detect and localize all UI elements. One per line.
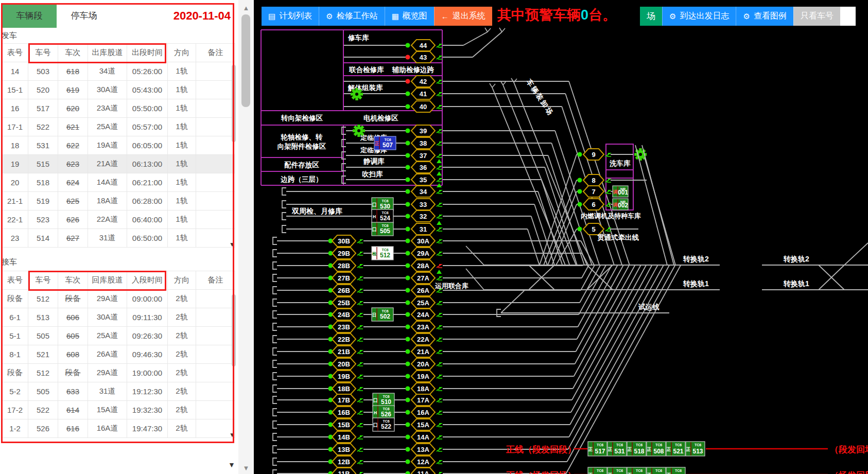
overview-map-button[interactable]: ▦ 概览图 [385,7,434,26]
train-type-label: TC6 [383,395,389,398]
arr-table: 表号车号车次回库股道入段时间方向备注段备512段备29A道09:00:002轨6… [2,271,235,438]
table-row[interactable]: 1450361834道05:26:001轨 [2,62,235,81]
green-signal-dot [406,398,410,402]
tab-parking-lot[interactable]: 停车场 [57,4,111,28]
route-arrow-icon [437,80,441,83]
track-number-39: 39 [420,127,427,135]
maintenance-workstation-button[interactable]: ⚙ 检修工作站 [319,7,384,26]
route-arrow-icon [437,313,441,317]
tab-depot[interactable]: 车辆段 [2,4,57,28]
track-number-42: 42 [420,78,427,85]
route-arrow-icon [437,166,441,169]
train-id-530: 530 [380,203,390,210]
col-header: 出段时间 [127,44,168,62]
route-arrow-icon [437,142,441,145]
table-row[interactable]: 1951562321A道06:13:001轨 [2,155,235,173]
document-icon: ▤ [268,12,275,21]
table-row[interactable]: 5-250563331道19:12:302轨 [2,382,235,401]
exit-system-button[interactable]: ← 退出系统 [434,7,492,26]
track-number-19B: 19B [338,373,350,380]
up-triangle-icon [437,270,442,274]
table-row[interactable]: 15-152061930A道05:43:001轨 [2,81,235,99]
route-arrow-icon [357,240,362,243]
depart-section-label: 发车 [2,31,17,41]
table-row[interactable]: 17-252261415A道19:32:302轨 [2,401,235,419]
train-id-507: 507 [383,142,393,149]
arrival-departure-log-button[interactable]: ⚙ 到达出发日志 [662,7,736,26]
table-row[interactable]: 6-151360630A道09:11:302轨 [2,308,235,327]
train-badge-正: 正 [588,472,593,474]
table-row[interactable]: 段备512段备29A道19:00:002轨 [2,364,235,382]
plan-list-button[interactable]: ▤ 计划列表 [262,7,319,26]
table-row[interactable]: 1853162219A道06:05:001轨 [2,136,235,155]
only-train-number-indicator[interactable] [840,7,856,26]
train-type-label: TC6 [381,224,388,227]
mainline-row-right-label: （段发回场） [830,445,868,454]
train-id-517: 517 [595,448,605,455]
col-header: 方向 [168,44,196,62]
green-signal-dot [578,189,582,194]
scroll-up-icon[interactable]: ▲ [238,4,254,12]
train-type-label: TC6 [655,443,662,447]
yard-button[interactable]: 场 [640,7,662,26]
depart-scrollbar-thumb[interactable] [232,65,236,142]
table-row[interactable]: 5-150560525A道09:26:302轨 [2,327,235,345]
view-legend-button[interactable]: ⚙ 查看图例 [736,7,793,26]
route-arrow-icon [437,93,441,96]
table-row[interactable]: 17-152262125A道05:57:001轨 [2,118,235,136]
train-badge-正: 正 [607,472,613,474]
buffer-stop [273,458,277,465]
track-number-11A: 11A [417,470,429,474]
train-badge-正: 正 [607,447,613,452]
overview-icon: ▦ [392,12,399,21]
table-row[interactable]: 21-151962518A道06:28:001轨 [2,192,235,210]
table-row[interactable]: 8-152160826A道09:46:302轨 [2,345,235,364]
fork-end [492,84,495,87]
green-signal-dot [578,227,582,232]
panel-scroll-down-icon[interactable]: ▼ [228,461,235,469]
scrollbar-thumb[interactable] [241,14,250,107]
train-type-label: TC6 [384,138,391,142]
table-row[interactable]: 1651762023A道05:50:001轨 [2,99,235,118]
train-badge-正: 正 [686,447,691,452]
route-arrow-icon [357,375,362,378]
gear-icon [355,93,358,96]
track-line [466,246,484,265]
arrive-scrollbar-thumb[interactable] [232,294,236,366]
fork-end [485,28,488,32]
green-signal-dot [406,165,410,170]
arrive-scroll-down-icon[interactable]: ▼ [229,431,235,438]
track-number-32: 32 [420,213,427,220]
route-arrow-icon [437,252,441,255]
fork-end [490,83,492,87]
diagram-label: 转换轨2 [683,255,709,263]
diagram-label: 边跨（三层） [281,175,323,183]
mainline-row-right-label: （场发回段） [830,470,868,474]
route-arrow-icon [437,448,441,451]
table-row[interactable]: 1-252661616A道19:47:302轨 [2,419,235,438]
track-number-31: 31 [420,225,427,233]
route-arrow-icon [357,461,362,464]
route-arrow-icon [437,388,441,391]
green-signal-dot [406,92,410,96]
track-number-35: 35 [420,176,427,184]
track-number-28A: 28A [417,262,429,270]
table-row[interactable]: 段备512段备29A道09:00:002轨 [2,290,235,308]
table-row[interactable]: 2351462731道06:50:001轨 [2,229,235,248]
train-badge-正: 正 [666,472,671,474]
col-header: 表号 [2,271,28,290]
depart-scroll-down-icon[interactable]: ▼ [229,241,235,248]
track-number-16B: 16B [338,409,350,416]
route-arrow-icon [437,326,441,329]
table-row[interactable]: 2051862414A道06:21:001轨 [2,173,235,192]
scroll-down-icon[interactable]: ▼ [238,464,254,472]
route-arrow-icon [437,375,441,378]
train-id-508: 508 [653,448,664,455]
track-number-23A: 23A [417,323,429,331]
route-arrow-icon [437,411,441,414]
buffer-stop [273,262,277,269]
buffer-stop [273,274,277,282]
only-train-number-button[interactable]: 只看车号 [793,7,840,26]
vertical-scrollbar[interactable]: ▲ ▼ [238,0,254,474]
table-row[interactable]: 22-152362622A道06:40:001轨 [2,210,235,229]
